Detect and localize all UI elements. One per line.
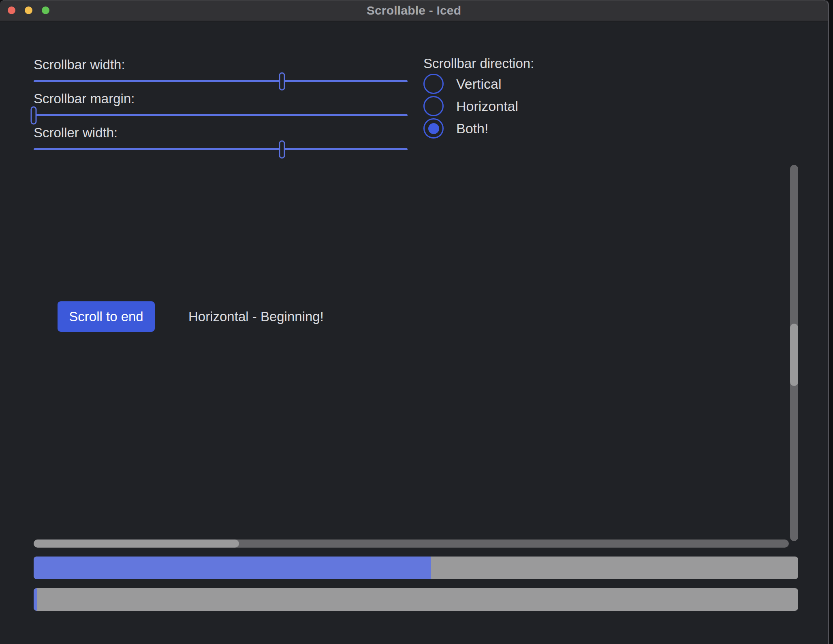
horizontal-scrollbar-track[interactable] [34,540,789,548]
horizontal-scrollbar-thumb[interactable] [34,540,239,548]
slider-label: Scroller width: [34,125,408,141]
radio-option-both[interactable]: Both! [423,118,534,139]
progress-fill [34,588,37,611]
progress-fill [34,557,431,579]
radio-icon[interactable] [423,118,444,139]
radio-option-horizontal[interactable]: Horizontal [423,96,534,116]
app-window: Scrollable - Iced Scrollbar width: Scrol… [0,0,829,644]
radio-option-label[interactable]: Vertical [456,76,502,92]
slider-track[interactable] [34,148,408,150]
slider-track[interactable] [34,114,408,116]
slider-scrollbar-margin: Scrollbar margin: [34,91,408,116]
slider-handle[interactable] [31,106,37,124]
scroll-status-text: Horizontal - Beginning! [188,309,324,324]
slider-label: Scrollbar margin: [34,91,408,107]
slider-handle[interactable] [279,140,285,158]
scrollbar-direction-group: Scrollbar direction: Vertical Horizontal… [423,55,534,139]
scroll-to-end-button[interactable]: Scroll to end [58,301,155,332]
radio-icon[interactable] [423,74,444,94]
radio-option-label[interactable]: Both! [456,121,488,136]
slider-scrollbar-width: Scrollbar width: [34,57,408,82]
radio-icon[interactable] [423,96,444,116]
slider-handle[interactable] [279,72,285,90]
window-title: Scrollable - Iced [0,0,828,21]
slider-scroller-width: Scroller width: [34,125,408,150]
radio-option-label[interactable]: Horizontal [456,98,518,114]
progress-bar-vertical [34,588,798,611]
screen: Scrollable - Iced Scrollbar width: Scrol… [0,0,833,644]
radio-option-vertical[interactable]: Vertical [423,74,534,94]
radio-selected-dot [428,123,439,134]
scrollable-content: Scroll to end Horizontal - Beginning! [58,301,324,332]
titlebar[interactable]: Scrollable - Iced [0,0,828,21]
slider-track[interactable] [34,80,408,82]
radio-group-label: Scrollbar direction: [423,55,534,72]
progress-bar-horizontal [34,557,798,579]
vertical-scrollbar-track[interactable] [790,165,798,541]
slider-label: Scrollbar width: [34,57,408,73]
vertical-scrollbar-thumb[interactable] [790,324,798,386]
